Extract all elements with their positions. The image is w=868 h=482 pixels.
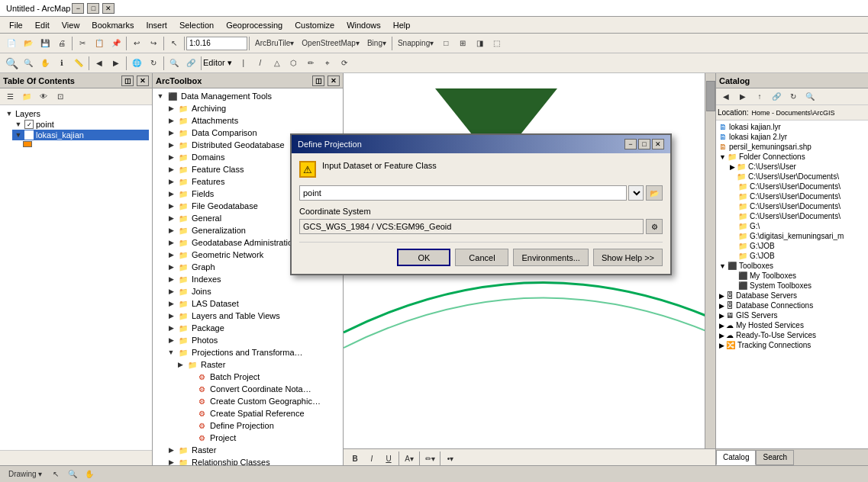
catalog-lokasi-lyr[interactable]: 🗎 lokasi kajian.lyr — [718, 122, 866, 132]
toolbox-dock-btn[interactable]: ◫ — [312, 76, 324, 86]
catalog-c-docs2[interactable]: 📁 C:\Users\User\Documents\ — [718, 182, 866, 191]
catalog-folder-connections[interactable]: ▼ 📁 Folder Connections — [718, 152, 866, 162]
point-checkbox[interactable] — [24, 120, 34, 129]
find-btn[interactable]: 🔍 — [166, 56, 182, 71]
color-btn[interactable]: ✏▾ — [421, 451, 438, 466]
hyperlink-btn[interactable]: 🔗 — [182, 56, 199, 71]
menu-customize[interactable]: Customize — [289, 19, 340, 31]
toc-source-btn[interactable]: 📁 — [18, 89, 35, 104]
pointer-btn[interactable]: ↖ — [166, 36, 182, 51]
catalog-c-docs1[interactable]: ▶ 📁 C:\Users\User\Documents\ — [718, 172, 866, 182]
edit5-btn[interactable]: ✏ — [302, 56, 319, 71]
toolbox-root[interactable]: ▼ ⬛ Data Management Tools — [154, 90, 341, 102]
cat-search-btn[interactable]: 🔍 — [802, 89, 818, 104]
toolbox-batchproject[interactable]: ▶ ⚙ Batch Project — [154, 371, 341, 383]
catalog-c-docs4[interactable]: 📁 C:\Users\User\Documents\ — [718, 201, 866, 211]
toolbox-close-btn[interactable]: ✕ — [328, 76, 340, 86]
dialog-environments-btn[interactable]: Environments... — [513, 249, 588, 266]
identify-btn[interactable]: ℹ — [53, 56, 70, 71]
catalog-db-servers[interactable]: ▶ 🗄 Database Servers — [718, 291, 866, 300]
edit6-btn[interactable]: ⌖ — [319, 56, 336, 71]
catalog-hosted-services[interactable]: ▶ ☁ My Hosted Services — [718, 320, 866, 330]
scale-input[interactable] — [186, 37, 247, 50]
edit3-btn[interactable]: △ — [269, 56, 286, 71]
lokasi-checkbox[interactable] — [24, 130, 34, 140]
save-btn[interactable]: 💾 — [37, 36, 53, 51]
italic-btn[interactable]: I — [363, 451, 380, 466]
toolbox-attachments[interactable]: ▶ 📁 Attachments — [154, 114, 341, 127]
status-zoom-btn[interactable]: 🔍 — [64, 467, 81, 482]
toolbox-raster-sub[interactable]: ▶ 📁 Raster — [154, 358, 341, 371]
toolbox-projections[interactable]: ▼ 📁 Projections and Transforma… — [154, 346, 341, 358]
forward-btn[interactable]: ▶ — [108, 56, 124, 71]
zoom-out-btn[interactable]: 🔍 — [20, 56, 37, 71]
layers-expand-icon[interactable]: ▼ — [5, 109, 14, 118]
tab-catalog[interactable]: Catalog — [716, 450, 756, 465]
toolbox-photos[interactable]: ▶ 📁 Photos — [154, 334, 341, 346]
catalog-lokasi2-lyr[interactable]: 🗎 lokasi kajian 2.lyr — [718, 132, 866, 142]
measure-btn[interactable]: 📏 — [70, 56, 87, 71]
copy-btn[interactable]: 📋 — [91, 36, 108, 51]
refresh-btn[interactable]: ↻ — [145, 56, 162, 71]
cut-btn[interactable]: ✂ — [74, 36, 91, 51]
edit2-btn[interactable]: / — [252, 56, 269, 71]
toolbox-joins[interactable]: ▶ 📁 Joins — [154, 285, 341, 297]
toolbox-package[interactable]: ▶ 📁 Package — [154, 322, 341, 334]
toc-item-point[interactable]: ▼ point — [12, 119, 149, 130]
dialog-ok-btn[interactable]: OK — [397, 249, 450, 266]
align-btn[interactable]: A▾ — [401, 451, 418, 466]
osm-btn[interactable]: OpenStreetMap▾ — [298, 36, 363, 51]
print-btn[interactable]: 🖨 — [53, 36, 70, 51]
catalog-g-job1[interactable]: 📁 G:\JOB — [718, 241, 866, 251]
open-btn[interactable]: 📂 — [20, 36, 37, 51]
new-btn[interactable]: 📄 — [3, 36, 20, 51]
toolbox-defineprojection[interactable]: ▶ ⚙ Define Projection — [154, 419, 341, 432]
dialog-browse-btn[interactable]: 📂 — [646, 185, 663, 201]
catalog-g-digitasi[interactable]: 📁 G:\digitasi_kemuningsari_m — [718, 231, 866, 241]
tab-search[interactable]: Search — [756, 450, 794, 465]
catalog-c-docs5[interactable]: 📁 C:\Users\User\Documents\ — [718, 211, 866, 221]
snap3-btn[interactable]: ◨ — [471, 36, 488, 51]
zoom-in-btn[interactable]: 🔍 — [3, 56, 20, 71]
toc-item-lokasi[interactable]: ▼ lokasi_kajian — [12, 130, 149, 140]
catalog-tracking-connections[interactable]: ▶ 🔀 Tracking Connections — [718, 340, 866, 350]
snap4-btn[interactable]: ⬚ — [488, 36, 505, 51]
cat-up-btn[interactable]: ↑ — [751, 89, 768, 104]
snapping-btn[interactable]: Snapping▾ — [394, 36, 437, 51]
toolbox-convertcoord[interactable]: ▶ ⚙ Convert Coordinate Nota… — [154, 383, 341, 395]
minimize-button[interactable]: − — [72, 3, 84, 14]
toolbox-relclasses[interactable]: ▶ 📁 Relationship Classes — [154, 456, 341, 465]
cursor-btn[interactable]: ↖ — [47, 467, 64, 482]
cat-connect-btn[interactable]: 🔗 — [768, 89, 785, 104]
toc-vis-btn[interactable]: 👁 — [35, 89, 52, 104]
catalog-g-root[interactable]: 📁 G:\ — [718, 221, 866, 231]
toc-sel-btn[interactable]: ⊡ — [52, 89, 69, 104]
dot-btn[interactable]: •▾ — [442, 451, 459, 466]
catalog-gis-servers[interactable]: ▶ 🖥 GIS Servers — [718, 310, 866, 320]
bing-btn[interactable]: Bing▾ — [363, 36, 390, 51]
menu-geoprocessing[interactable]: Geoprocessing — [220, 19, 289, 31]
menu-insert[interactable]: Insert — [140, 19, 173, 31]
bold-btn[interactable]: B — [347, 451, 363, 466]
toolbox-createcustom[interactable]: ▶ ⚙ Create Custom Geographic… — [154, 395, 341, 407]
dialog-coord-input[interactable] — [299, 219, 644, 234]
menu-file[interactable]: File — [3, 19, 29, 31]
menu-bookmarks[interactable]: Bookmarks — [86, 19, 140, 31]
toc-dock-btn[interactable]: ◫ — [121, 76, 134, 86]
map-scrollbar-thumb[interactable] — [706, 81, 715, 111]
cat-refresh-btn[interactable]: ↻ — [785, 89, 802, 104]
redo-btn[interactable]: ↪ — [145, 36, 162, 51]
toolbox-layers[interactable]: ▶ 📁 Layers and Table Views — [154, 310, 341, 322]
pan-btn[interactable]: ✋ — [37, 56, 53, 71]
snap2-btn[interactable]: ⊞ — [454, 36, 471, 51]
edit1-btn[interactable]: | — [235, 56, 252, 71]
catalog-db-connections[interactable]: ▶ 🗄 Database Connections — [718, 300, 866, 310]
dialog-maximize-btn[interactable]: □ — [638, 139, 650, 149]
cat-back-btn[interactable]: ◀ — [718, 89, 734, 104]
toolbox-createspatial[interactable]: ▶ ⚙ Create Spatial Reference — [154, 407, 341, 419]
dialog-dataset-input[interactable] — [299, 185, 627, 201]
catalog-ready-services[interactable]: ▶ ☁ Ready-To-Use Services — [718, 330, 866, 340]
toolbox-raster-main[interactable]: ▶ 📁 Raster — [154, 444, 341, 456]
paste-btn[interactable]: 📌 — [108, 36, 124, 51]
arcbrutile-btn[interactable]: ArcBruTile▾ — [251, 36, 298, 51]
